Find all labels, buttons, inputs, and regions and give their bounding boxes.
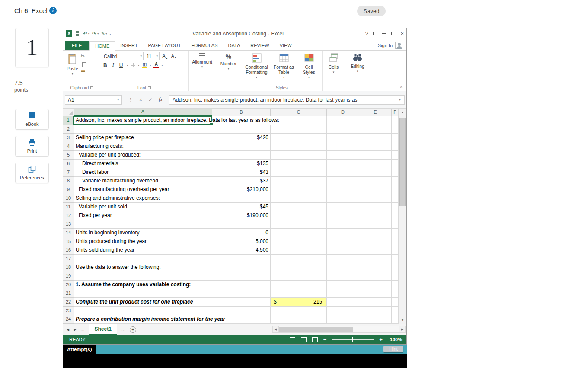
cell-F1[interactable] <box>392 116 398 125</box>
cell-C2[interactable] <box>271 125 327 134</box>
cancel-entry-icon[interactable]: × <box>139 97 142 103</box>
format-painter-button[interactable] <box>81 67 85 73</box>
cell-F18[interactable] <box>392 263 398 272</box>
row-header-10[interactable]: 10 <box>63 194 74 203</box>
cell-F13[interactable] <box>392 220 398 229</box>
cell-D8[interactable] <box>327 177 359 185</box>
borders-dropdown-icon[interactable]: ▾ <box>138 64 139 67</box>
tab-insert[interactable]: INSERT <box>115 41 143 50</box>
cell-A9[interactable]: Fixed manufacturing overhead per year <box>74 185 212 194</box>
cell-E8[interactable] <box>359 177 392 185</box>
cell-F7[interactable] <box>392 168 398 177</box>
row-header-3[interactable]: 3 <box>63 134 74 142</box>
cell-B22[interactable] <box>212 298 271 307</box>
row-header-19[interactable]: 19 <box>63 272 74 281</box>
row-header-4[interactable]: 4 <box>63 142 74 151</box>
cell-C9[interactable] <box>271 185 327 194</box>
cell-C3[interactable] <box>271 134 327 142</box>
cell-F3[interactable] <box>392 134 398 142</box>
cell-C17[interactable] <box>271 255 327 263</box>
next-sheet-icon[interactable]: ▶ <box>74 328 76 332</box>
add-sheet-icon[interactable]: + <box>130 326 136 333</box>
collapse-ribbon-icon[interactable]: ^ <box>400 86 402 90</box>
cell-E5[interactable] <box>359 151 392 160</box>
cell-C23[interactable] <box>271 307 327 315</box>
cell-A2[interactable] <box>74 125 212 134</box>
cell-E19[interactable] <box>359 272 392 281</box>
cell-A14[interactable]: Units in beginning inventory <box>74 229 212 237</box>
row-header-16[interactable]: 16 <box>63 246 74 255</box>
cell-D18[interactable] <box>327 263 359 272</box>
cell-C12[interactable] <box>271 211 327 220</box>
sheet-tab-sheet1[interactable]: Sheet1 <box>89 324 117 335</box>
cell-B7[interactable]: $43 <box>212 168 271 177</box>
cell-E22[interactable] <box>359 298 392 307</box>
cell-A11[interactable]: Variable per unit sold <box>74 203 212 211</box>
cell-E10[interactable] <box>359 194 392 203</box>
cell-E3[interactable] <box>359 134 392 142</box>
cell-B15[interactable]: 5,000 <box>212 237 271 246</box>
cell-B14[interactable]: 0 <box>212 229 271 237</box>
fill-color-dropdown-icon[interactable]: ▾ <box>150 64 151 67</box>
cell-B11[interactable]: $45 <box>212 203 271 211</box>
cell-B12[interactable]: $190,000 <box>212 211 271 220</box>
conditional-formatting-button[interactable]: Conditional Formatting ▾ <box>244 52 270 80</box>
row-header-11[interactable]: 11 <box>63 203 74 211</box>
cell-C16[interactable] <box>271 246 327 255</box>
tab-data[interactable]: DATA <box>223 41 246 50</box>
zoom-slider[interactable] <box>332 339 374 340</box>
tab-formulas[interactable]: FORMULAS <box>186 41 223 50</box>
customize-quick-access-icon[interactable]: ▾ <box>110 32 111 35</box>
name-box[interactable]: A1 ▾ <box>65 95 122 105</box>
cell-A12[interactable]: Fixed per year <box>74 211 212 220</box>
help-icon[interactable]: ? <box>365 31 368 37</box>
row-header-5[interactable]: 5 <box>63 151 74 160</box>
cell-D21[interactable] <box>327 289 359 298</box>
zoom-level[interactable]: 100% <box>390 337 402 342</box>
row-header-6[interactable]: 6 <box>63 160 74 168</box>
row-header-21[interactable]: 21 <box>63 289 74 298</box>
cell-B10[interactable] <box>212 194 271 203</box>
normal-view-icon[interactable] <box>290 337 295 342</box>
cell-E20[interactable] <box>359 281 392 289</box>
cell-A6[interactable]: Direct materials <box>74 160 212 168</box>
cell-D15[interactable] <box>327 237 359 246</box>
fill-color-button[interactable]: ◫ <box>142 62 147 68</box>
cell-C13[interactable] <box>271 220 327 229</box>
ebook-button[interactable]: eBook <box>15 109 49 130</box>
cell-D12[interactable] <box>327 211 359 220</box>
cell-E7[interactable] <box>359 168 392 177</box>
cell-B13[interactable] <box>212 220 271 229</box>
cell-A1[interactable]: Addison, Inc. makes a single product, an… <box>74 116 212 125</box>
sheet-ellipsis-left[interactable]: ... <box>80 327 84 332</box>
cell-D16[interactable] <box>327 246 359 255</box>
cell-B19[interactable] <box>212 272 271 281</box>
restore-icon[interactable] <box>391 32 395 35</box>
column-header-B[interactable]: B <box>212 109 271 116</box>
cell-C18[interactable] <box>271 263 327 272</box>
select-all-corner[interactable] <box>63 109 74 116</box>
cell-F4[interactable] <box>392 142 398 151</box>
tab-review[interactable]: REVIEW <box>245 41 274 50</box>
zoom-in-icon[interactable]: + <box>379 336 383 343</box>
cell-C19[interactable] <box>271 272 327 281</box>
cell-E18[interactable] <box>359 263 392 272</box>
column-header-C[interactable]: C <box>271 109 327 116</box>
cell-C20[interactable] <box>271 281 327 289</box>
cell-A5[interactable]: Variable per unit produced: <box>74 151 212 160</box>
cell-E15[interactable] <box>359 237 392 246</box>
column-header-A[interactable]: A <box>74 109 212 116</box>
cell-D11[interactable] <box>327 203 359 211</box>
cell-E12[interactable] <box>359 211 392 220</box>
cell-B6[interactable]: $135 <box>212 160 271 168</box>
format-as-table-button[interactable]: Format as Table ▾ <box>272 52 297 80</box>
font-color-button[interactable]: A <box>153 62 159 68</box>
cell-A21[interactable] <box>74 289 212 298</box>
cell-E14[interactable] <box>359 229 392 237</box>
cell-C6[interactable] <box>271 160 327 168</box>
vertical-scrollbar[interactable]: ▲ ▼ <box>398 109 406 324</box>
cell-C15[interactable] <box>271 237 327 246</box>
column-header-F[interactable]: F <box>392 109 398 116</box>
cell-F9[interactable] <box>392 185 398 194</box>
cell-A13[interactable] <box>74 220 212 229</box>
